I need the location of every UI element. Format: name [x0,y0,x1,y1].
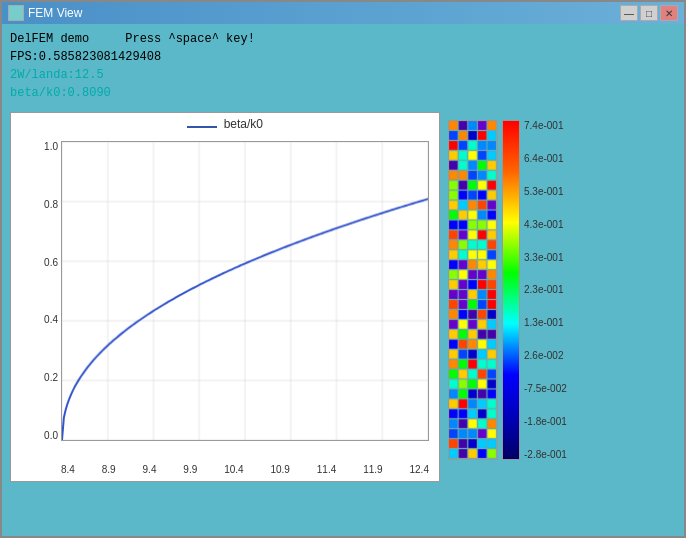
x-axis-labels: 8.4 8.9 9.4 9.9 10.4 10.9 11.4 11.9 12.4 [61,464,429,475]
y-label-6: 1.0 [16,141,58,152]
main-window: FEM View — □ ✕ DelFEM demo Press ^space^… [0,0,686,538]
y-axis-labels: 1.0 0.8 0.6 0.4 0.2 0.0 [16,141,58,441]
x-label-1: 8.4 [61,464,75,475]
fps-line: FPS:0.585823081429408 [10,48,676,66]
y-label-2: 0.2 [16,372,58,383]
beta-k0-line: beta/k0:0.8090 [10,84,676,102]
key-label: ^space^ key! [168,32,254,46]
minimize-button[interactable]: — [620,5,638,21]
chart-legend-label: beta/k0 [224,117,263,131]
cb-label-11: -2.8e-001 [524,449,567,460]
info-panel: DelFEM demo Press ^space^ key! FPS:0.585… [2,24,684,108]
cb-label-2: 6.4e-001 [524,153,567,164]
y-label-3: 0.4 [16,314,58,325]
chart-canvas [62,142,428,440]
x-label-4: 9.9 [183,464,197,475]
title-bar-buttons: — □ ✕ [620,5,678,21]
colorbar-labels: 7.4e-001 6.4e-001 5.3e-001 4.3e-001 3.3e… [524,120,567,460]
demo-label: DelFEM demo [10,32,89,46]
cb-label-4: 4.3e-001 [524,219,567,230]
x-label-6: 10.9 [270,464,289,475]
close-button[interactable]: ✕ [660,5,678,21]
press-label: Press [125,32,161,46]
window-title: FEM View [28,6,620,20]
x-label-8: 11.9 [363,464,382,475]
cb-label-7: 1.3e-001 [524,317,567,328]
y-label-1: 0.0 [16,430,58,441]
cb-label-10: -1.8e-001 [524,416,567,427]
cb-label-8: 2.6e-002 [524,350,567,361]
y-label-5: 0.8 [16,199,58,210]
cb-label-5: 3.3e-001 [524,252,567,263]
colorbar-canvas [502,120,520,460]
chart-title: beta/k0 [11,113,439,133]
x-label-2: 8.9 [102,464,116,475]
cb-label-9: -7.5e-002 [524,383,567,394]
demo-line: DelFEM demo Press ^space^ key! [10,30,676,48]
cb-label-6: 2.3e-001 [524,284,567,295]
main-area: beta/k0 1.0 0.8 0.6 0.4 0.2 0.0 8.4 8.9 … [2,108,684,486]
maximize-button[interactable]: □ [640,5,658,21]
cb-label-3: 5.3e-001 [524,186,567,197]
y-label-4: 0.6 [16,257,58,268]
fem-mesh-canvas [448,120,498,460]
x-label-7: 11.4 [317,464,336,475]
chart-inner [61,141,429,441]
chart-legend-line [187,126,217,128]
x-label-3: 9.4 [143,464,157,475]
lambda-line: 2W/landa:12.5 [10,66,676,84]
chart-container: beta/k0 1.0 0.8 0.6 0.4 0.2 0.0 8.4 8.9 … [10,112,440,482]
x-label-5: 10.4 [224,464,243,475]
cb-label-1: 7.4e-001 [524,120,567,131]
title-bar: FEM View — □ ✕ [2,2,684,24]
x-label-9: 12.4 [410,464,429,475]
window-icon [8,5,24,21]
